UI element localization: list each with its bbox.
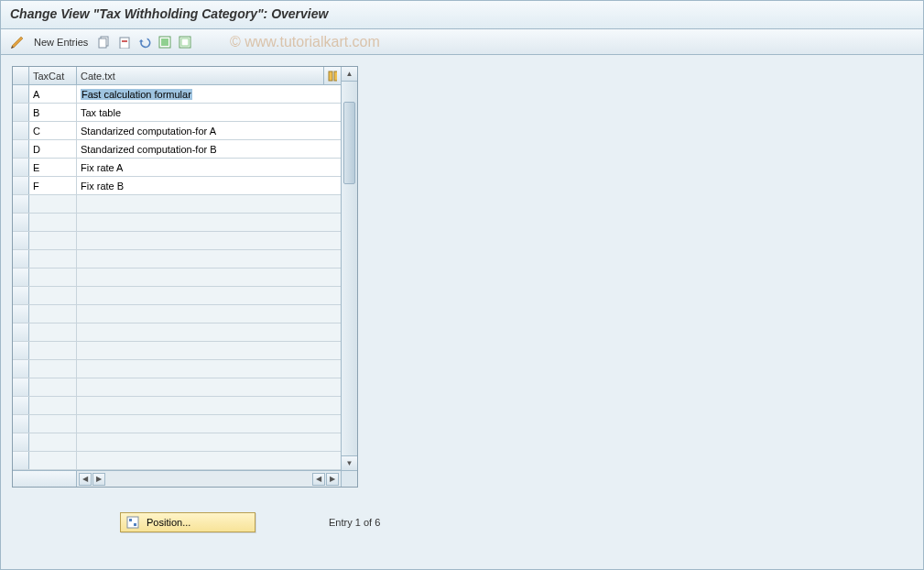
hscroll-right-icon[interactable]: ▶ (92, 473, 105, 486)
cell-taxcat[interactable] (29, 378, 77, 396)
table-row[interactable] (13, 360, 341, 378)
row-selector[interactable] (13, 195, 29, 213)
cell-catetxt[interactable] (77, 195, 341, 213)
cell-taxcat[interactable] (29, 195, 77, 213)
table-row[interactable] (13, 195, 341, 214)
cell-catetxt[interactable]: Standarized computation-for A (77, 122, 341, 139)
cell-catetxt[interactable]: Fix rate A (77, 159, 341, 176)
table-row[interactable] (13, 269, 341, 287)
hscroll-left2-icon[interactable]: ◀ (312, 473, 325, 486)
row-selector[interactable] (13, 214, 29, 231)
cell-catetxt[interactable]: Fix rate B (77, 177, 341, 194)
table-row[interactable]: DStandarized computation-for B (13, 140, 341, 159)
cell-taxcat[interactable] (29, 360, 77, 378)
table-row[interactable] (13, 250, 341, 269)
scroll-down-icon[interactable]: ▼ (342, 455, 357, 470)
cell-taxcat[interactable] (29, 433, 77, 451)
cell-taxcat[interactable]: B (29, 104, 77, 121)
cell-catetxt[interactable] (77, 250, 341, 268)
row-selector[interactable] (13, 323, 29, 341)
table-row[interactable]: EFix rate A (13, 159, 341, 177)
position-button[interactable]: Position... (120, 512, 255, 532)
cell-catetxt[interactable] (77, 305, 341, 323)
cell-catetxt[interactable] (77, 452, 341, 469)
toggle-icon[interactable] (8, 33, 27, 51)
row-selector[interactable] (13, 159, 29, 176)
table-row[interactable] (13, 305, 341, 323)
table-row[interactable] (13, 415, 341, 433)
row-selector[interactable] (13, 140, 29, 158)
table-config-icon[interactable] (324, 67, 341, 84)
new-entries-button[interactable]: New Entries (28, 33, 93, 51)
row-selector[interactable] (13, 269, 29, 286)
cell-taxcat[interactable]: E (29, 159, 77, 176)
cell-catetxt[interactable]: Tax table (77, 104, 341, 121)
cell-taxcat[interactable] (29, 452, 77, 469)
cell-catetxt[interactable] (77, 269, 341, 286)
table-row[interactable] (13, 232, 341, 250)
table-row[interactable]: AFast calculation formular (13, 85, 341, 104)
row-selector[interactable] (13, 177, 29, 194)
row-selector[interactable] (13, 305, 29, 323)
cell-catetxt[interactable] (77, 232, 341, 249)
table-row[interactable] (13, 452, 341, 470)
cell-catetxt[interactable] (77, 323, 341, 341)
cell-catetxt[interactable] (77, 397, 341, 414)
table-row[interactable]: CStandarized computation-for A (13, 122, 341, 140)
row-selector[interactable] (13, 342, 29, 359)
table-row[interactable] (13, 214, 341, 232)
cell-taxcat[interactable]: A (29, 85, 77, 103)
cell-taxcat[interactable]: D (29, 140, 77, 158)
row-selector[interactable] (13, 85, 29, 103)
hscroll-right2-icon[interactable]: ▶ (326, 473, 339, 486)
delete-icon[interactable] (115, 33, 134, 51)
cell-catetxt[interactable] (77, 287, 341, 304)
table-row[interactable] (13, 397, 341, 415)
undo-icon[interactable] (136, 33, 154, 51)
row-selector[interactable] (13, 104, 29, 121)
cell-taxcat[interactable]: F (29, 177, 77, 194)
table-row[interactable] (13, 342, 341, 360)
scroll-track[interactable] (342, 82, 357, 455)
cell-catetxt[interactable] (77, 433, 341, 451)
deselect-all-icon[interactable] (176, 33, 194, 51)
row-selector[interactable] (13, 122, 29, 139)
table-row[interactable] (13, 433, 341, 452)
table-row[interactable] (13, 287, 341, 305)
row-selector[interactable] (13, 287, 29, 304)
select-all-icon[interactable] (156, 33, 174, 51)
scroll-up-icon[interactable]: ▲ (342, 67, 357, 82)
row-selector[interactable] (13, 452, 29, 469)
cell-catetxt[interactable]: Standarized computation-for B (77, 140, 341, 158)
cell-taxcat[interactable] (29, 323, 77, 341)
table-row[interactable] (13, 378, 341, 397)
row-selector[interactable] (13, 360, 29, 378)
cell-catetxt[interactable] (77, 415, 341, 433)
row-selector[interactable] (13, 433, 29, 451)
cell-taxcat[interactable] (29, 305, 77, 323)
column-header-catetxt[interactable]: Cate.txt (77, 67, 324, 84)
cell-taxcat[interactable] (29, 397, 77, 414)
header-selector[interactable] (13, 67, 29, 84)
cell-taxcat[interactable] (29, 342, 77, 359)
row-selector[interactable] (13, 397, 29, 414)
table-row[interactable] (13, 323, 341, 342)
vertical-scrollbar[interactable]: ▲ ▼ (341, 67, 357, 470)
cell-taxcat[interactable] (29, 287, 77, 304)
row-selector[interactable] (13, 232, 29, 249)
column-header-taxcat[interactable]: TaxCat (29, 67, 77, 84)
cell-taxcat[interactable] (29, 415, 77, 433)
row-selector[interactable] (13, 250, 29, 268)
cell-catetxt[interactable]: Fast calculation formular (77, 85, 341, 103)
row-selector[interactable] (13, 378, 29, 396)
table-row[interactable]: FFix rate B (13, 177, 341, 195)
cell-catetxt[interactable] (77, 214, 341, 231)
cell-catetxt[interactable] (77, 360, 341, 378)
cell-taxcat[interactable] (29, 214, 77, 231)
copy-icon[interactable] (95, 33, 114, 51)
hscroll-left-icon[interactable]: ◀ (79, 473, 92, 486)
scroll-thumb[interactable] (343, 102, 355, 184)
cell-taxcat[interactable] (29, 250, 77, 268)
row-selector[interactable] (13, 415, 29, 433)
cell-catetxt[interactable] (77, 342, 341, 359)
